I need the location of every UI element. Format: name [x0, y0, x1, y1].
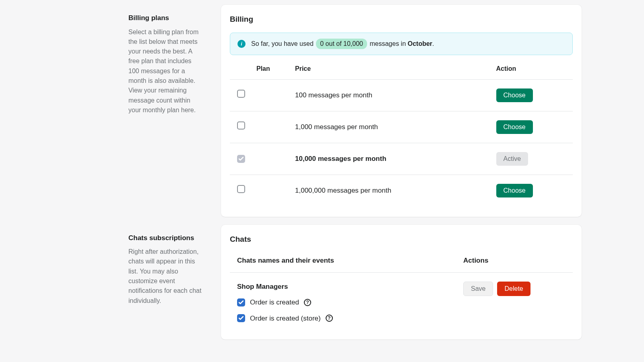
col-chat-names: Chats names and their events — [230, 255, 334, 266]
usage-pill: 0 out of 10,000 — [316, 39, 367, 49]
chat-actions: Save Delete — [463, 282, 573, 296]
event-row: Order is created ? — [237, 297, 333, 308]
plan-checkbox[interactable] — [237, 121, 245, 130]
help-icon[interactable]: ? — [304, 299, 311, 306]
table-row: 100 messages per month Choose — [230, 79, 573, 111]
table-row: 1,000,000 messages per month Choose — [230, 175, 573, 206]
billing-card-title: Billing — [230, 14, 573, 25]
chat-row: Shop Managers Order is created ? Order i… — [230, 273, 573, 329]
usage-banner: i So far, you have used 0 out of 10,000 … — [230, 33, 573, 55]
choose-button[interactable]: Choose — [496, 88, 533, 102]
plan-price-active: 10,000 messages per month — [295, 143, 496, 175]
chats-section: Chats subscriptions Right after authoriz… — [62, 225, 582, 340]
event-label: Order is created (store) — [250, 313, 321, 324]
col-chat-actions: Actions — [463, 255, 573, 266]
delete-button[interactable]: Delete — [497, 282, 530, 296]
table-row: 10,000 messages per month Active — [230, 143, 573, 175]
plan-price: 1,000,000 messages per month — [295, 175, 496, 206]
chats-headers: Chats names and their events Actions — [230, 252, 573, 273]
usage-prefix: So far, you have used — [251, 40, 314, 47]
event-checkbox[interactable] — [237, 298, 245, 306]
billing-sidebar-title: Billing plans — [128, 13, 202, 23]
usage-text: So far, you have used 0 out of 10,000 me… — [251, 39, 434, 49]
plan-checkbox-active — [237, 155, 245, 163]
save-button: Save — [463, 282, 493, 296]
plans-table: Plan Price Action 100 messages per month… — [230, 61, 573, 206]
chats-card-title: Chats — [230, 234, 573, 245]
col-action-header: Action — [496, 61, 573, 80]
usage-suffix: . — [432, 40, 434, 47]
choose-button[interactable]: Choose — [496, 120, 533, 134]
choose-button[interactable]: Choose — [496, 184, 533, 197]
help-icon[interactable]: ? — [326, 315, 333, 322]
event-label: Order is created — [250, 297, 299, 308]
chats-sidebar-title: Chats subscriptions — [128, 233, 202, 243]
event-row: Order is created (store) ? — [237, 313, 333, 324]
plan-checkbox[interactable] — [237, 185, 245, 193]
plan-checkbox[interactable] — [237, 90, 245, 98]
table-row: 1,000 messages per month Choose — [230, 111, 573, 143]
event-checkbox[interactable] — [237, 314, 245, 322]
chat-name: Shop Managers — [237, 282, 333, 292]
billing-section: Billing plans Select a billing plan from… — [62, 5, 582, 217]
col-plan-header: Plan — [256, 61, 295, 80]
info-icon: i — [237, 40, 246, 48]
col-price-header: Price — [295, 61, 496, 80]
plan-price: 100 messages per month — [295, 79, 496, 111]
billing-sidebar: Billing plans Select a billing plan from… — [62, 5, 221, 115]
active-button: Active — [496, 152, 528, 166]
chats-sidebar-desc: Right after authorization, chats will ap… — [128, 247, 202, 306]
plan-price: 1,000 messages per month — [295, 111, 496, 143]
chats-sidebar: Chats subscriptions Right after authoriz… — [62, 225, 221, 306]
chat-info: Shop Managers Order is created ? Order i… — [230, 282, 333, 329]
billing-card: Billing i So far, you have used 0 out of… — [221, 5, 582, 217]
billing-sidebar-desc: Select a billing plan from the list belo… — [128, 27, 202, 115]
usage-middle: messages in — [369, 40, 406, 47]
usage-month: October — [408, 40, 432, 47]
chats-card: Chats Chats names and their events Actio… — [221, 225, 582, 340]
